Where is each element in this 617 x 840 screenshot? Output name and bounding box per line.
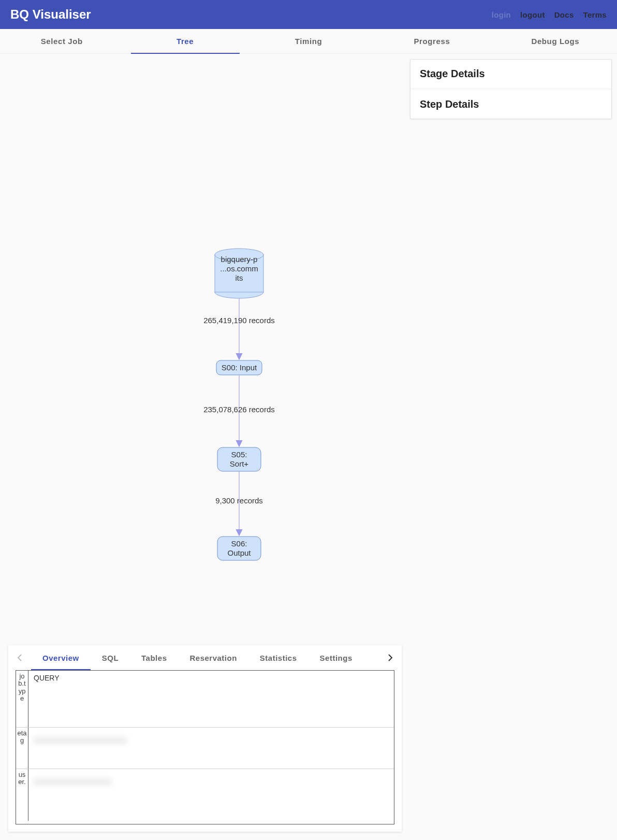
svg-text:bigquery-p: bigquery-p	[221, 255, 258, 264]
chevron-left-icon[interactable]	[8, 645, 31, 670]
svg-text:Output: Output	[227, 548, 251, 557]
docs-link[interactable]: Docs	[554, 10, 574, 19]
tree-node-source[interactable]: bigquery-p ...os.comm its	[215, 249, 263, 298]
tree-node-s06[interactable]: S06: Output	[217, 537, 261, 560]
bottom-panel: Overview SQL Tables Reservation Statisti…	[8, 645, 402, 832]
header-links: login logout Docs Terms	[492, 10, 607, 19]
tab-statistics[interactable]: Statistics	[248, 645, 308, 670]
tree-edge-3-label: 9,300 records	[215, 496, 263, 505]
grid-row-jobtype: job.type QUERY	[16, 671, 394, 728]
stage-details-title: Stage Details	[420, 68, 602, 80]
svg-text:S00: Input: S00: Input	[222, 363, 257, 372]
tree-canvas[interactable]: Stage Details Step Details bigquery-p ..…	[0, 54, 617, 634]
grid-row-etag: etag	[16, 728, 394, 769]
tab-debug-logs[interactable]: Debug Logs	[494, 29, 617, 53]
login-link[interactable]: login	[492, 10, 511, 19]
tab-tree[interactable]: Tree	[123, 29, 246, 53]
bottom-tabs: Overview SQL Tables Reservation Statisti…	[8, 645, 402, 670]
app-header: BQ Visualiser login logout Docs Terms	[0, 0, 617, 29]
tab-timing[interactable]: Timing	[247, 29, 370, 53]
stage-details-card[interactable]: Stage Details	[410, 60, 611, 88]
tree-svg: bigquery-p ...os.comm its 265,419,190 re…	[0, 54, 404, 634]
step-details-card[interactable]: Step Details	[410, 90, 611, 119]
overview-grid: job.type QUERY etag user.	[16, 670, 394, 824]
grid-label: job.type	[16, 671, 28, 727]
svg-text:its: its	[236, 273, 243, 282]
svg-text:S05:: S05:	[231, 450, 247, 459]
grid-label: user.	[16, 769, 28, 821]
tab-reservation[interactable]: Reservation	[178, 645, 248, 670]
tab-select-job[interactable]: Select Job	[0, 29, 123, 53]
svg-text:Sort+: Sort+	[230, 459, 249, 468]
tab-overview[interactable]: Overview	[31, 645, 91, 670]
chevron-right-icon[interactable]	[379, 645, 402, 670]
grid-value-redacted	[28, 728, 394, 769]
app-title: BQ Visualiser	[10, 7, 91, 22]
terms-link[interactable]: Terms	[583, 10, 607, 19]
tab-settings[interactable]: Settings	[308, 645, 364, 670]
tab-progress[interactable]: Progress	[370, 29, 493, 53]
tree-node-s05[interactable]: S05: Sort+	[217, 447, 261, 471]
main-tabs: Select Job Tree Timing Progress Debug Lo…	[0, 29, 617, 54]
tree-edge-2-label: 235,078,626 records	[203, 405, 275, 414]
svg-text:...os.comm: ...os.comm	[220, 264, 258, 273]
step-details-title: Step Details	[420, 98, 602, 110]
tree-edge-1-label: 265,419,190 records	[203, 316, 275, 325]
tab-tables[interactable]: Tables	[130, 645, 178, 670]
svg-text:S06:: S06:	[231, 539, 247, 548]
details-panel: Stage Details Step Details	[410, 59, 612, 119]
grid-label: etag	[16, 728, 28, 769]
grid-value-redacted	[28, 769, 394, 821]
grid-row-user: user.	[16, 769, 394, 821]
tab-sql[interactable]: SQL	[91, 645, 130, 670]
logout-link[interactable]: logout	[520, 10, 545, 19]
tree-node-s00[interactable]: S00: Input	[216, 360, 262, 375]
grid-value: QUERY	[28, 671, 394, 727]
